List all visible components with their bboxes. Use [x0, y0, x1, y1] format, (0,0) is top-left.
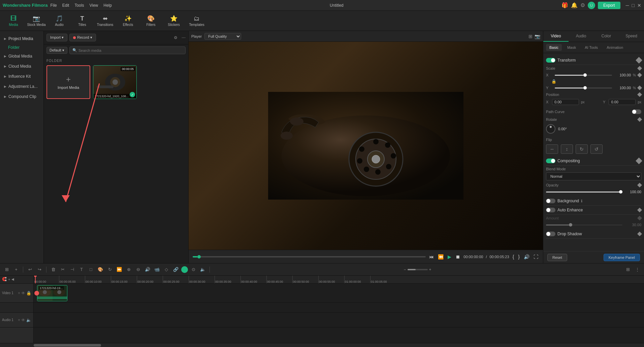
- background-help-icon[interactable]: ℹ: [581, 199, 582, 203]
- grid-view-icon[interactable]: ⊞: [528, 34, 533, 39]
- compositing-keyframe-icon[interactable]: [636, 158, 642, 164]
- audio1-add-icon[interactable]: +: [18, 318, 20, 322]
- user-avatar[interactable]: U: [588, 2, 595, 9]
- tl-crop-icon[interactable]: □: [87, 266, 95, 274]
- zoom-plus-icon[interactable]: +: [429, 267, 431, 272]
- filter-icon[interactable]: ⚙: [174, 35, 178, 40]
- tl-audio-icon[interactable]: 🔊: [143, 266, 152, 274]
- quality-select[interactable]: Full Quality Half Quality Quarter Qualit…: [204, 33, 241, 40]
- position-keyframe-icon[interactable]: [637, 92, 642, 97]
- subtab-basic[interactable]: Basic: [546, 44, 562, 51]
- flip-rotate90-button[interactable]: ↻: [576, 144, 588, 154]
- record-button[interactable]: Record ▾: [69, 34, 96, 41]
- tl-add-track-icon[interactable]: +: [12, 266, 20, 274]
- in-point-button[interactable]: {: [512, 253, 515, 260]
- flip-vertical-button[interactable]: ↕: [561, 144, 573, 154]
- tab-video[interactable]: Video: [543, 31, 569, 42]
- pos-y-input[interactable]: [609, 99, 636, 105]
- drop-shadow-toggle[interactable]: [546, 232, 555, 236]
- menu-tools[interactable]: Tools: [74, 3, 84, 8]
- auto-enhance-toggle[interactable]: [546, 208, 555, 212]
- menu-view[interactable]: View: [89, 3, 98, 8]
- toolbar-stickers[interactable]: ⭐ Stickers: [163, 12, 185, 30]
- snap-icon[interactable]: 🧲: [2, 277, 7, 281]
- toolbar-titles[interactable]: T Titles: [71, 12, 93, 30]
- toolbar-transitions[interactable]: ⬌ Transitions: [94, 12, 116, 30]
- tl-circle2-icon[interactable]: ⊙: [189, 266, 197, 274]
- auto-enhance-keyframe-icon[interactable]: [637, 208, 642, 212]
- audio-button[interactable]: 🔊: [523, 253, 530, 260]
- tl-speed-icon[interactable]: ⏩: [115, 266, 123, 274]
- tab-color[interactable]: Color: [594, 31, 619, 42]
- tl-delete-icon[interactable]: 🗑: [49, 266, 57, 274]
- drop-shadow-keyframe-icon[interactable]: [637, 232, 642, 236]
- notification-icon[interactable]: 🔔: [571, 2, 578, 8]
- subtab-mask[interactable]: Mask: [564, 44, 579, 51]
- toolbar-stock-media[interactable]: 📷 Stock Media: [26, 12, 47, 30]
- stop-button[interactable]: ⏹: [455, 253, 461, 260]
- toolbar-effects[interactable]: ✨ Effects: [117, 12, 139, 30]
- tl-paint-icon[interactable]: 🎨: [96, 266, 104, 274]
- prev-frame-button[interactable]: ⏪: [437, 253, 444, 260]
- export-button[interactable]: Export: [598, 2, 620, 9]
- scale-keyframe-icon[interactable]: [637, 66, 642, 71]
- close-icon[interactable]: ✕: [637, 3, 641, 8]
- tl-green-circle-icon[interactable]: [181, 266, 188, 273]
- tl-vol-icon[interactable]: 🔈: [199, 266, 207, 274]
- blend-mode-select[interactable]: Normal Multiply Screen Overlay: [546, 172, 641, 180]
- progress-bar[interactable]: [193, 256, 426, 257]
- audio1-eye-icon[interactable]: 👁: [21, 318, 25, 322]
- add-track-icon[interactable]: +: [8, 277, 10, 281]
- minimize-icon[interactable]: ─: [626, 3, 629, 8]
- tl-auto-icon[interactable]: ⊕: [125, 266, 133, 274]
- menu-file[interactable]: File: [50, 3, 57, 8]
- toolbar-audio[interactable]: 🎵 Audio: [49, 12, 70, 30]
- toolbar-media[interactable]: 🎞 Media: [3, 12, 24, 30]
- audio1-vol-icon[interactable]: 🔈: [26, 318, 31, 322]
- tl-rotate-icon[interactable]: ↻: [106, 266, 114, 274]
- scale-y-kf[interactable]: [637, 85, 642, 90]
- tab-speed[interactable]: Speed: [619, 31, 644, 42]
- sidebar-item-compound-clip[interactable]: ▶ Compound Clip: [0, 92, 43, 102]
- pos-x-input[interactable]: [552, 99, 579, 105]
- settings-icon[interactable]: ⚙: [580, 2, 585, 8]
- zoom-minus-icon[interactable]: −: [404, 267, 406, 272]
- tl-layout-icon[interactable]: ⊞: [624, 266, 632, 274]
- rotate-keyframe-icon[interactable]: [637, 117, 642, 122]
- sidebar-item-adjustment[interactable]: ▶ Adjustment La...: [0, 81, 43, 92]
- sidebar-item-influence-kit[interactable]: ▶ Influence Kit: [0, 71, 43, 81]
- zoom-slider[interactable]: [408, 269, 428, 270]
- video1-eye-icon[interactable]: 👁: [21, 291, 25, 296]
- amount-keyframe-icon[interactable]: [637, 216, 642, 220]
- transform-toggle[interactable]: [546, 58, 555, 63]
- collapse-icon[interactable]: ◀: [11, 277, 14, 281]
- default-button[interactable]: Default ▾: [46, 47, 67, 54]
- sidebar-item-global-media[interactable]: ▶ Global Media: [0, 51, 43, 61]
- menu-help[interactable]: Help: [103, 3, 112, 8]
- subtab-ai-tools[interactable]: AI Tools: [581, 44, 601, 51]
- video1-lock-icon[interactable]: 🔒: [26, 291, 31, 296]
- opacity-keyframe-icon[interactable]: [637, 183, 642, 187]
- keyframe-panel-button[interactable]: Keyframe Panel: [604, 254, 640, 261]
- sidebar-item-cloud-media[interactable]: ▶ Cloud Media: [0, 61, 43, 71]
- flip-horizontal-button[interactable]: ↔: [546, 144, 558, 154]
- toolbar-filters[interactable]: 🎨 Filters: [140, 12, 162, 30]
- tl-split-icon[interactable]: ⊣: [68, 266, 76, 274]
- opacity-slider[interactable]: [546, 192, 622, 193]
- subtab-animation[interactable]: Animation: [603, 44, 626, 51]
- maximize-icon[interactable]: □: [632, 3, 635, 8]
- rotate-wheel[interactable]: [546, 124, 555, 134]
- path-curve-toggle[interactable]: [632, 109, 641, 114]
- timeline-scrollbar[interactable]: [0, 343, 644, 347]
- snapshot-icon[interactable]: 📷: [535, 34, 540, 39]
- menu-edit[interactable]: Edit: [62, 3, 69, 8]
- search-input[interactable]: [78, 48, 183, 53]
- import-media-box[interactable]: + Import Media: [46, 65, 90, 99]
- import-button[interactable]: Import ▾: [46, 34, 67, 41]
- more-icon[interactable]: ⋯: [182, 35, 186, 40]
- video-clip[interactable]: 1721320-hd-19...: [37, 285, 67, 301]
- scale-y-slider[interactable]: [555, 88, 612, 89]
- tl-cut-icon[interactable]: ✂: [59, 266, 67, 274]
- video1-add-icon[interactable]: +: [18, 291, 20, 296]
- tl-redo-icon[interactable]: ↪: [35, 266, 43, 274]
